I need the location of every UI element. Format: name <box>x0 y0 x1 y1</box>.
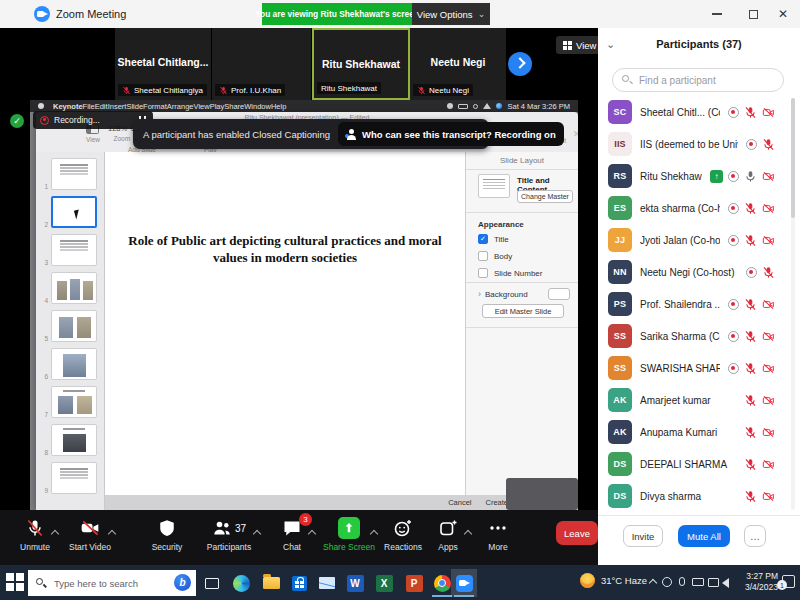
slide-thumbnail-item[interactable]: 3 <box>40 234 104 266</box>
excel-icon[interactable] <box>371 569 397 597</box>
participant-row[interactable]: SC Sheetal Chitl... (Co-host, me) ↑ <box>598 96 800 128</box>
tray-keyboard-icon[interactable] <box>692 578 704 586</box>
edit-master-slide-button[interactable]: Edit Master Slide <box>482 304 564 318</box>
invite-button[interactable]: Invite <box>623 525 663 547</box>
maximize-button[interactable] <box>738 0 768 28</box>
disclosure-icon[interactable]: › <box>478 289 481 299</box>
security-button[interactable]: Security <box>132 517 202 559</box>
participant-row[interactable]: DS Divya sharma ↑ <box>598 480 800 512</box>
bing-icon[interactable]: b <box>174 574 191 591</box>
slide-thumbnail-item[interactable]: 2 <box>40 196 104 228</box>
slide-thumbnail-item[interactable]: 8 <box>40 424 104 456</box>
video-tile-sheetal[interactable]: Sheetal Chitlang... Sheetal Chitlangiya <box>115 28 212 100</box>
next-videos-arrow-button[interactable] <box>508 52 532 76</box>
task-view-button[interactable] <box>199 569 225 597</box>
menubar-item[interactable]: Play <box>210 102 225 111</box>
panel-more-button[interactable]: … <box>744 525 766 547</box>
minimize-button[interactable] <box>702 0 732 28</box>
tray-network-icon[interactable] <box>708 578 719 587</box>
appearance-checkbox-row[interactable]: ✓ Title <box>478 234 509 244</box>
taskbar-search-input[interactable] <box>28 570 196 596</box>
transcript-question-button[interactable]: Who can see this transcript? Recording o… <box>338 122 564 146</box>
slide-thumbnail-item[interactable]: 4 <box>40 272 104 304</box>
slide-thumbnail-item[interactable]: 7 <box>40 386 104 418</box>
mail-icon[interactable] <box>314 569 340 597</box>
video-tile-khan[interactable]: Prof. I.U.Khan <box>212 28 312 100</box>
search-icon[interactable] <box>473 104 478 109</box>
scrollbar[interactable] <box>791 98 795 510</box>
participant-row[interactable]: AK Anupama Kumari ↑ <box>598 416 800 448</box>
tray-volume-icon[interactable] <box>722 578 729 588</box>
slide-thumbnail-item[interactable]: 6 <box>40 348 104 380</box>
video-tile-ritu-active-speaker[interactable]: Ritu Shekhawat Ritu Shekhawat <box>312 28 410 100</box>
file-explorer-icon[interactable] <box>258 569 284 597</box>
menubar-item[interactable]: Edit <box>95 102 108 111</box>
slide-thumbnail-item[interactable]: 9 <box>40 462 104 494</box>
mute-all-button[interactable]: Mute All <box>678 525 730 547</box>
cancel-button[interactable]: Cancel <box>448 498 471 507</box>
participant-row[interactable]: IIS IIS (deemed to be Unive... (Host) ↑ <box>598 128 800 160</box>
participant-row[interactable]: PS Prof. Shailendra ... (Co-host) ↑ <box>598 288 800 320</box>
toast-close-icon[interactable]: ✕ <box>564 129 578 139</box>
participant-row[interactable]: SS Sarika Sharma (Co-host) ↑ <box>598 320 800 352</box>
checkbox[interactable]: ✓ <box>478 268 488 278</box>
change-master-button[interactable]: Change Master <box>517 190 573 203</box>
menubar-item[interactable]: Keynote <box>53 102 83 111</box>
taskbar-clock[interactable]: 3:27 PM 3/4/2023 <box>730 571 778 593</box>
menubar-item[interactable]: Slide <box>126 102 143 111</box>
menubar-item[interactable]: Arrange <box>167 102 194 111</box>
menubar-item[interactable]: Format <box>143 102 167 111</box>
start-video-button[interactable]: Start Video <box>55 517 125 559</box>
moon-icon[interactable] <box>447 103 453 109</box>
menubar-item[interactable]: File <box>83 102 95 111</box>
chevron-up-icon[interactable] <box>108 530 116 538</box>
leave-button[interactable]: Leave <box>556 521 598 545</box>
slide-thumbnail-item[interactable]: 5 <box>40 310 104 342</box>
gallery-view-button[interactable]: View <box>556 36 603 54</box>
weather-widget[interactable]: 31°C Haze <box>580 573 647 588</box>
slide-thumbnail-item[interactable]: 1 <box>40 158 104 190</box>
notification-center-icon[interactable]: 1 <box>782 575 795 588</box>
tray-recorder-icon[interactable] <box>662 577 672 587</box>
powerpoint-icon[interactable] <box>401 569 427 597</box>
slide-title-text[interactable]: Role of Public art depicting cultural pr… <box>120 232 450 266</box>
menubar-item[interactable]: View <box>194 102 210 111</box>
participant-row[interactable]: RS Ritu Shekhaw... (Co-host) ↑ <box>598 160 800 192</box>
menubar-item[interactable]: Share <box>224 102 244 111</box>
edge-icon[interactable] <box>228 569 254 597</box>
menubar-item[interactable]: Help <box>271 102 286 111</box>
start-button[interactable] <box>6 573 24 591</box>
checkbox[interactable]: ✓ <box>478 234 488 244</box>
more-button[interactable]: More <box>463 517 533 559</box>
tray-mic-icon[interactable] <box>679 577 685 586</box>
close-button[interactable]: ✕ <box>768 0 798 28</box>
menubar-item[interactable]: Window <box>244 102 271 111</box>
participants-button[interactable]: 37 Participants <box>194 517 264 559</box>
appearance-checkbox-row[interactable]: ✓ Slide Number <box>478 268 542 278</box>
tray-expand-icon[interactable] <box>649 579 657 587</box>
zoom-taskbar-icon[interactable] <box>451 569 477 597</box>
word-icon[interactable] <box>342 569 368 597</box>
checkbox[interactable]: ✓ <box>478 251 488 261</box>
menubar-item[interactable]: Insert <box>108 102 127 111</box>
view-options-button[interactable]: View Options ⌄ <box>412 3 490 25</box>
slide-canvas[interactable]: Role of Public art depicting cultural pr… <box>105 152 465 495</box>
video-tile-neetu[interactable]: Neetu Negi Neetu Negi <box>410 28 507 100</box>
participant-row[interactable]: DS DEEPALI SHARMA ↑ <box>598 448 800 480</box>
checkbox-label: Title <box>494 235 509 244</box>
participant-row[interactable]: AK Amarjeet kumar ↑ <box>598 384 800 416</box>
create-button[interactable]: Create <box>485 498 508 507</box>
background-row[interactable]: › Background <box>478 289 528 299</box>
find-participant-input[interactable] <box>612 68 784 92</box>
background-color-well[interactable] <box>548 288 570 300</box>
microsoft-store-icon[interactable] <box>286 569 312 597</box>
appearance-checkbox-row[interactable]: ✓ Body <box>478 251 512 261</box>
participant-row[interactable]: ES ekta sharma (Co-host) ↑ <box>598 192 800 224</box>
siri-icon[interactable] <box>496 103 502 109</box>
participant-row[interactable]: NN Neetu Negi (Co-host) ↑ <box>598 256 800 288</box>
wifi-icon[interactable] <box>483 103 491 109</box>
participant-row[interactable]: SS SWARISHA SHAR... (Co-host) ↑ <box>598 352 800 384</box>
participant-row[interactable]: JJ Jyoti Jalan (Co-host) ↑ <box>598 224 800 256</box>
camera-off-icon <box>762 458 775 471</box>
apple-icon[interactable] <box>38 103 44 109</box>
